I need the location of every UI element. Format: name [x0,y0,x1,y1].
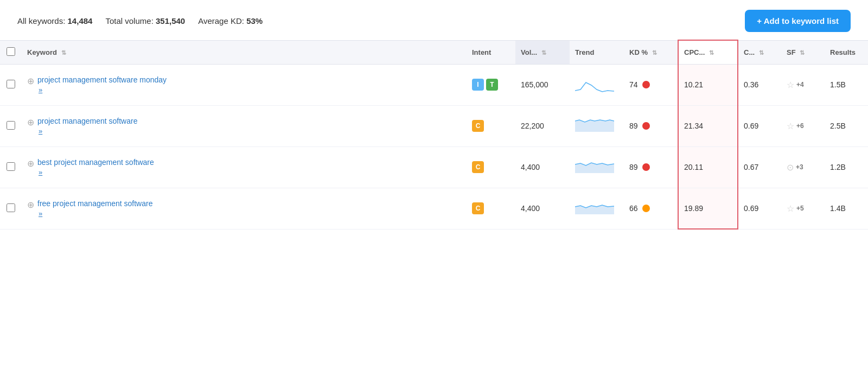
intent-badges: IT [472,79,510,91]
kd-cell: 74 [624,64,678,105]
star-icon: ☆ [787,203,794,214]
kd-value: 89 [629,163,638,171]
cpc-sort-icon[interactable]: ⇅ [709,49,714,56]
keyword-column-header: Keyword ⇅ [22,40,467,64]
results-cell: 1.2B [825,146,868,188]
cpc-cell: 10.21 [678,64,738,105]
sf-count: +5 [796,205,804,212]
stats-bar: All keywords: 14,484 Total volume: 351,5… [17,16,263,26]
sf-count: +3 [796,163,803,171]
kd-cell: 89 [624,105,678,146]
intent-badge: C [472,202,484,214]
add-keyword-icon[interactable]: ⊕ [27,76,34,86]
intent-cell: C [467,105,515,146]
link-icon: ⊙ [787,162,794,173]
add-keyword-icon[interactable]: ⊕ [27,158,34,169]
cpc-cell: 20.11 [678,146,738,188]
keyword-link[interactable]: project management software [37,117,137,125]
kd-cell: 66 [624,188,678,229]
keyword-table-wrapper: Keyword ⇅ Intent Vol... ⇅ Trend KD % ⇅ [0,40,868,230]
keyword-link[interactable]: best project management software [37,158,154,167]
cpc-column-header: CPC... ⇅ [678,40,738,64]
keyword-table: Keyword ⇅ Intent Vol... ⇅ Trend KD % ⇅ [0,40,868,230]
add-keyword-icon[interactable]: ⊕ [27,117,34,128]
trend-cell [570,105,624,146]
row-checkbox-cell [0,105,22,146]
sf-cell: ☆ +5 [781,188,825,229]
trend-cell [570,146,624,188]
star-icon: ☆ [787,80,794,90]
comp-cell: 0.67 [738,146,781,188]
sf-column-header: SF ⇅ [781,40,825,64]
row-checkbox-cell [0,64,22,105]
keyword-link[interactable]: free project management software [37,199,152,208]
keyword-link[interactable]: project management software monday [37,75,167,84]
intent-cell: C [467,146,515,188]
keyword-expand-link[interactable]: » [39,127,42,135]
avg-kd-stat: Average KD: 53% [198,16,263,26]
intent-cell: C [467,188,515,229]
trend-column-header: Trend [570,40,624,64]
intent-badge: C [472,120,484,132]
intent-cell: IT [467,64,515,105]
volume-cell: 22,200 [515,105,570,146]
keyword-expand-link[interactable]: » [39,168,42,176]
results-cell: 1.5B [825,64,868,105]
volume-cell: 4,400 [515,188,570,229]
intent-badges: C [472,120,510,132]
keyword-sort-icon[interactable]: ⇅ [61,49,66,56]
intent-badge: C [472,161,484,173]
volume-cell: 165,000 [515,64,570,105]
keyword-cell: ⊕ free project management software » [22,188,467,229]
c-column-header: C... ⇅ [738,40,781,64]
cpc-cell: 19.89 [678,188,738,229]
results-column-header: Results [825,40,868,64]
intent-badge: I [472,79,484,91]
kd-dot [642,163,650,171]
intent-badge: T [486,79,498,91]
sf-sort-icon[interactable]: ⇅ [800,49,805,56]
sf-cell: ☆ +4 [781,64,825,105]
keyword-expand-link[interactable]: » [39,86,42,94]
intent-column-header: Intent [467,40,515,64]
svg-marker-0 [575,120,614,132]
keyword-expand-link[interactable]: » [39,209,42,218]
volume-sort-icon[interactable]: ⇅ [541,49,546,56]
svg-marker-1 [575,163,614,173]
star-icon: ☆ [787,121,794,131]
keyword-cell: ⊕ project management software monday » [22,64,467,105]
top-bar: All keywords: 14,484 Total volume: 351,5… [0,0,868,40]
comp-cell: 0.69 [738,188,781,229]
kd-value: 74 [629,80,638,89]
row-checkbox-cell [0,146,22,188]
trend-cell [570,188,624,229]
comp-cell: 0.69 [738,105,781,146]
volume-column-header: Vol... ⇅ [515,40,570,64]
row-checkbox[interactable] [7,121,15,130]
c-sort-icon[interactable]: ⇅ [759,49,764,56]
total-volume-stat: Total volume: 351,540 [105,16,185,26]
row-checkbox[interactable] [7,80,15,88]
sf-count: +4 [796,81,804,88]
kd-sort-icon[interactable]: ⇅ [652,49,657,56]
all-keywords-stat: All keywords: 14,484 [17,16,92,26]
add-keyword-icon[interactable]: ⊕ [27,200,34,210]
results-cell: 2.5B [825,105,868,146]
intent-badges: C [472,161,510,173]
table-row: ⊕ project management software » C 22,200… [0,105,868,146]
row-checkbox[interactable] [7,162,15,171]
volume-cell: 4,400 [515,146,570,188]
sf-count: +6 [796,122,804,130]
table-row: ⊕ free project management software » C 4… [0,188,868,229]
comp-cell: 0.36 [738,64,781,105]
row-checkbox[interactable] [7,203,15,212]
kd-cell: 89 [624,146,678,188]
kd-value: 89 [629,122,638,130]
keyword-cell: ⊕ project management software » [22,105,467,146]
sf-cell: ☆ +6 [781,105,825,146]
add-to-keyword-list-button[interactable]: + Add to keyword list [745,10,851,32]
kd-dot [642,122,650,130]
select-all-checkbox[interactable] [7,47,15,56]
table-row: ⊕ best project management software » C 4… [0,146,868,188]
cpc-cell: 21.34 [678,105,738,146]
